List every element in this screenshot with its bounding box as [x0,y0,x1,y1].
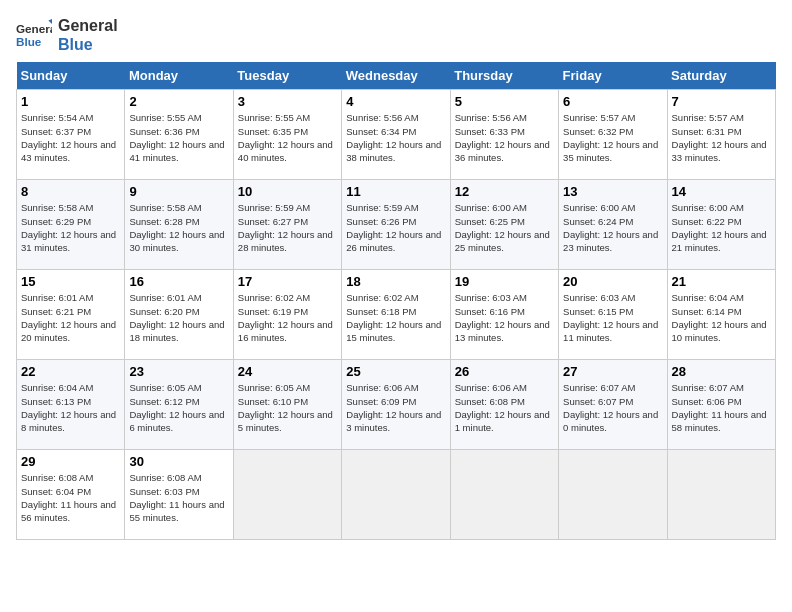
day-number: 23 [129,364,228,379]
day-number: 20 [563,274,662,289]
day-number: 19 [455,274,554,289]
page-header: General Blue General Blue [16,16,776,54]
day-info: Sunrise: 5:56 AMSunset: 6:33 PMDaylight:… [455,111,554,164]
day-info: Sunrise: 5:59 AMSunset: 6:26 PMDaylight:… [346,201,445,254]
calendar-cell: 20 Sunrise: 6:03 AMSunset: 6:15 PMDaylig… [559,270,667,360]
calendar-cell: 16 Sunrise: 6:01 AMSunset: 6:20 PMDaylig… [125,270,233,360]
day-number: 3 [238,94,337,109]
day-header-thursday: Thursday [450,62,558,90]
calendar-cell: 8 Sunrise: 5:58 AMSunset: 6:29 PMDayligh… [17,180,125,270]
calendar-week-2: 8 Sunrise: 5:58 AMSunset: 6:29 PMDayligh… [17,180,776,270]
day-info: Sunrise: 5:54 AMSunset: 6:37 PMDaylight:… [21,111,120,164]
calendar-cell: 6 Sunrise: 5:57 AMSunset: 6:32 PMDayligh… [559,90,667,180]
calendar-cell: 14 Sunrise: 6:00 AMSunset: 6:22 PMDaylig… [667,180,775,270]
day-info: Sunrise: 6:01 AMSunset: 6:20 PMDaylight:… [129,291,228,344]
day-number: 1 [21,94,120,109]
day-info: Sunrise: 5:57 AMSunset: 6:31 PMDaylight:… [672,111,771,164]
day-number: 24 [238,364,337,379]
calendar-cell: 5 Sunrise: 5:56 AMSunset: 6:33 PMDayligh… [450,90,558,180]
calendar-cell: 30 Sunrise: 6:08 AMSunset: 6:03 PMDaylig… [125,450,233,540]
calendar-cell: 26 Sunrise: 6:06 AMSunset: 6:08 PMDaylig… [450,360,558,450]
logo-blue: Blue [58,35,118,54]
day-info: Sunrise: 6:00 AMSunset: 6:25 PMDaylight:… [455,201,554,254]
calendar-cell: 10 Sunrise: 5:59 AMSunset: 6:27 PMDaylig… [233,180,341,270]
calendar-week-3: 15 Sunrise: 6:01 AMSunset: 6:21 PMDaylig… [17,270,776,360]
day-header-friday: Friday [559,62,667,90]
day-info: Sunrise: 5:57 AMSunset: 6:32 PMDaylight:… [563,111,662,164]
day-number: 25 [346,364,445,379]
day-info: Sunrise: 6:06 AMSunset: 6:08 PMDaylight:… [455,381,554,434]
day-info: Sunrise: 6:04 AMSunset: 6:13 PMDaylight:… [21,381,120,434]
day-info: Sunrise: 6:02 AMSunset: 6:19 PMDaylight:… [238,291,337,344]
day-number: 9 [129,184,228,199]
day-number: 27 [563,364,662,379]
calendar-week-4: 22 Sunrise: 6:04 AMSunset: 6:13 PMDaylig… [17,360,776,450]
calendar-cell: 23 Sunrise: 6:05 AMSunset: 6:12 PMDaylig… [125,360,233,450]
day-info: Sunrise: 6:03 AMSunset: 6:16 PMDaylight:… [455,291,554,344]
calendar-cell: 28 Sunrise: 6:07 AMSunset: 6:06 PMDaylig… [667,360,775,450]
calendar-cell [342,450,450,540]
calendar-cell: 21 Sunrise: 6:04 AMSunset: 6:14 PMDaylig… [667,270,775,360]
day-header-sunday: Sunday [17,62,125,90]
day-header-monday: Monday [125,62,233,90]
calendar-cell: 18 Sunrise: 6:02 AMSunset: 6:18 PMDaylig… [342,270,450,360]
day-number: 15 [21,274,120,289]
calendar-table: SundayMondayTuesdayWednesdayThursdayFrid… [16,62,776,540]
day-info: Sunrise: 6:03 AMSunset: 6:15 PMDaylight:… [563,291,662,344]
day-info: Sunrise: 6:08 AMSunset: 6:03 PMDaylight:… [129,471,228,524]
logo: General Blue General Blue [16,16,118,54]
day-info: Sunrise: 6:05 AMSunset: 6:12 PMDaylight:… [129,381,228,434]
calendar-header: SundayMondayTuesdayWednesdayThursdayFrid… [17,62,776,90]
svg-text:General: General [16,22,52,35]
day-info: Sunrise: 6:07 AMSunset: 6:07 PMDaylight:… [563,381,662,434]
calendar-cell: 3 Sunrise: 5:55 AMSunset: 6:35 PMDayligh… [233,90,341,180]
day-header-saturday: Saturday [667,62,775,90]
day-info: Sunrise: 5:58 AMSunset: 6:29 PMDaylight:… [21,201,120,254]
day-number: 12 [455,184,554,199]
day-number: 11 [346,184,445,199]
calendar-cell [667,450,775,540]
day-info: Sunrise: 6:04 AMSunset: 6:14 PMDaylight:… [672,291,771,344]
day-number: 28 [672,364,771,379]
day-number: 17 [238,274,337,289]
calendar-cell: 1 Sunrise: 5:54 AMSunset: 6:37 PMDayligh… [17,90,125,180]
day-info: Sunrise: 5:55 AMSunset: 6:35 PMDaylight:… [238,111,337,164]
day-number: 2 [129,94,228,109]
day-number: 18 [346,274,445,289]
day-info: Sunrise: 6:06 AMSunset: 6:09 PMDaylight:… [346,381,445,434]
calendar-cell: 4 Sunrise: 5:56 AMSunset: 6:34 PMDayligh… [342,90,450,180]
day-info: Sunrise: 6:01 AMSunset: 6:21 PMDaylight:… [21,291,120,344]
day-number: 7 [672,94,771,109]
day-info: Sunrise: 6:02 AMSunset: 6:18 PMDaylight:… [346,291,445,344]
day-number: 29 [21,454,120,469]
calendar-cell: 2 Sunrise: 5:55 AMSunset: 6:36 PMDayligh… [125,90,233,180]
day-number: 16 [129,274,228,289]
day-header-wednesday: Wednesday [342,62,450,90]
day-info: Sunrise: 6:07 AMSunset: 6:06 PMDaylight:… [672,381,771,434]
day-number: 6 [563,94,662,109]
day-number: 13 [563,184,662,199]
day-header-tuesday: Tuesday [233,62,341,90]
generalblue-logo-icon: General Blue [16,17,52,53]
day-number: 8 [21,184,120,199]
calendar-cell: 22 Sunrise: 6:04 AMSunset: 6:13 PMDaylig… [17,360,125,450]
calendar-cell [233,450,341,540]
day-info: Sunrise: 5:58 AMSunset: 6:28 PMDaylight:… [129,201,228,254]
calendar-cell [559,450,667,540]
calendar-week-1: 1 Sunrise: 5:54 AMSunset: 6:37 PMDayligh… [17,90,776,180]
calendar-week-5: 29 Sunrise: 6:08 AMSunset: 6:04 PMDaylig… [17,450,776,540]
calendar-cell: 25 Sunrise: 6:06 AMSunset: 6:09 PMDaylig… [342,360,450,450]
day-number: 10 [238,184,337,199]
day-info: Sunrise: 6:00 AMSunset: 6:22 PMDaylight:… [672,201,771,254]
svg-text:Blue: Blue [16,35,42,48]
day-info: Sunrise: 5:56 AMSunset: 6:34 PMDaylight:… [346,111,445,164]
day-info: Sunrise: 5:59 AMSunset: 6:27 PMDaylight:… [238,201,337,254]
calendar-cell: 11 Sunrise: 5:59 AMSunset: 6:26 PMDaylig… [342,180,450,270]
calendar-cell [450,450,558,540]
day-number: 22 [21,364,120,379]
day-number: 5 [455,94,554,109]
day-info: Sunrise: 5:55 AMSunset: 6:36 PMDaylight:… [129,111,228,164]
calendar-cell: 13 Sunrise: 6:00 AMSunset: 6:24 PMDaylig… [559,180,667,270]
calendar-cell: 27 Sunrise: 6:07 AMSunset: 6:07 PMDaylig… [559,360,667,450]
calendar-cell: 17 Sunrise: 6:02 AMSunset: 6:19 PMDaylig… [233,270,341,360]
